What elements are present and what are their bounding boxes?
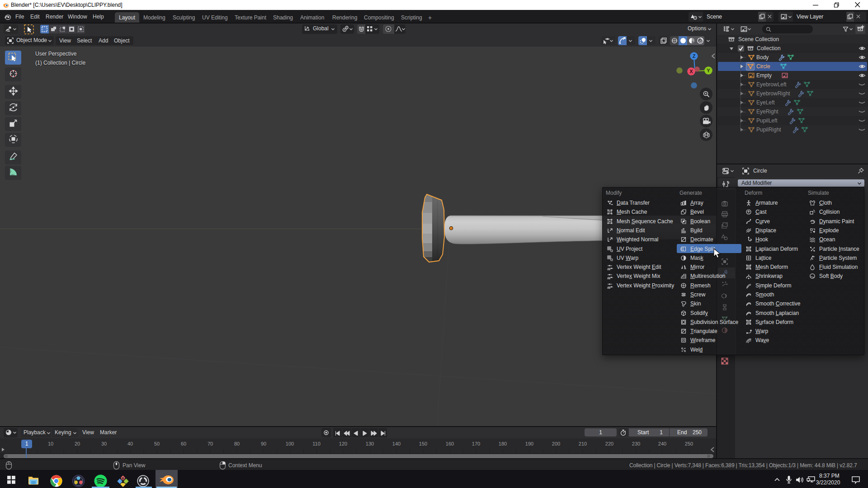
svg-text:Z: Z (693, 53, 696, 59)
svg-text:X: X (689, 69, 693, 74)
svg-text:Y: Y (707, 68, 710, 73)
